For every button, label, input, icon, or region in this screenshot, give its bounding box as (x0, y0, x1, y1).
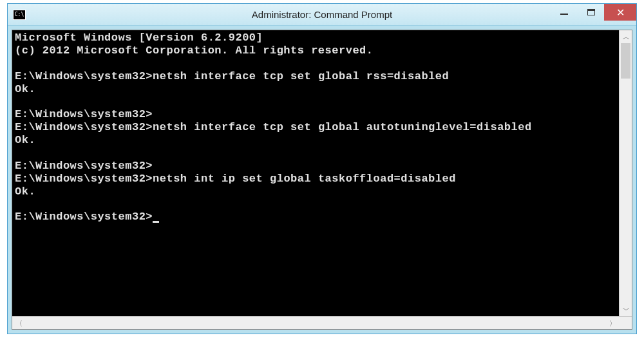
scroll-track-vertical[interactable] (620, 43, 632, 303)
console-line: E:\Windows\system32>netsh interface tcp … (15, 121, 616, 134)
command: netsh interface tcp set global autotunin… (153, 121, 532, 133)
console-content-area: Microsoft Windows [Version 6.2.9200](c) … (12, 30, 632, 316)
console-wrapper: Microsoft Windows [Version 6.2.9200](c) … (12, 30, 632, 330)
scrollbar-corner (619, 317, 632, 330)
prompt: E:\Windows\system32> (15, 160, 153, 172)
console-line: E:\Windows\system32> (15, 108, 616, 121)
chevron-right-icon: 〉 (609, 319, 616, 328)
minimize-button[interactable] (550, 4, 578, 21)
app-icon: C:\ (13, 10, 26, 20)
console-line: E:\Windows\system32>netsh interface tcp … (15, 70, 616, 83)
output-line: Ok. (15, 83, 616, 96)
prompt: E:\Windows\system32> (15, 211, 153, 223)
output-line: Ok. (15, 134, 616, 147)
command: netsh interface tcp set global rss=disab… (153, 70, 449, 82)
minimize-icon (560, 14, 568, 15)
window-title: Administrator: Command Prompt (252, 9, 392, 20)
prompt: E:\Windows\system32> (15, 108, 153, 120)
maximize-icon (587, 9, 595, 15)
blank-line (15, 95, 616, 108)
text-cursor (153, 221, 159, 223)
maximize-button[interactable] (578, 4, 604, 21)
console-header-line: Microsoft Windows [Version 6.2.9200] (15, 32, 616, 44)
scroll-thumb-vertical[interactable] (621, 43, 630, 79)
output-line: Ok. (15, 185, 616, 198)
chevron-left-icon: 〈 (15, 319, 23, 328)
console-line: E:\Windows\system32> (15, 160, 616, 173)
console-header-line: (c) 2012 Microsoft Corporation. All righ… (15, 44, 616, 57)
console-line: E:\Windows\system32>netsh int ip set glo… (15, 173, 616, 185)
window-controls: ✕ (550, 4, 636, 21)
titlebar[interactable]: C:\ Administrator: Command Prompt ✕ (8, 4, 636, 26)
scroll-left-button[interactable]: 〈 (12, 317, 25, 330)
horizontal-scrollbar[interactable]: 〈 〉 (12, 316, 632, 329)
close-button[interactable]: ✕ (604, 4, 636, 21)
prompt: E:\Windows\system32> (15, 70, 153, 82)
scroll-track-horizontal[interactable] (25, 317, 606, 329)
scroll-up-button[interactable]: ︿ (620, 30, 632, 43)
blank-line (15, 57, 616, 70)
command: netsh int ip set global taskoffload=disa… (153, 173, 456, 185)
prompt: E:\Windows\system32> (15, 121, 153, 133)
blank-line (15, 147, 616, 160)
command-prompt-window: C:\ Administrator: Command Prompt ✕ Micr… (7, 3, 637, 334)
current-prompt-line: E:\Windows\system32> (15, 211, 616, 223)
scroll-down-button[interactable]: ﹀ (620, 303, 632, 316)
console-output[interactable]: Microsoft Windows [Version 6.2.9200](c) … (12, 30, 619, 316)
vertical-scrollbar[interactable]: ︿ ﹀ (619, 30, 632, 316)
app-icon-label: C:\ (15, 12, 24, 17)
prompt: E:\Windows\system32> (15, 173, 153, 185)
scroll-right-button[interactable]: 〉 (606, 317, 619, 330)
client-area: Microsoft Windows [Version 6.2.9200](c) … (8, 26, 636, 334)
blank-line (15, 198, 616, 211)
chevron-up-icon: ︿ (623, 32, 630, 42)
chevron-down-icon: ﹀ (623, 305, 630, 315)
close-icon: ✕ (616, 6, 625, 19)
